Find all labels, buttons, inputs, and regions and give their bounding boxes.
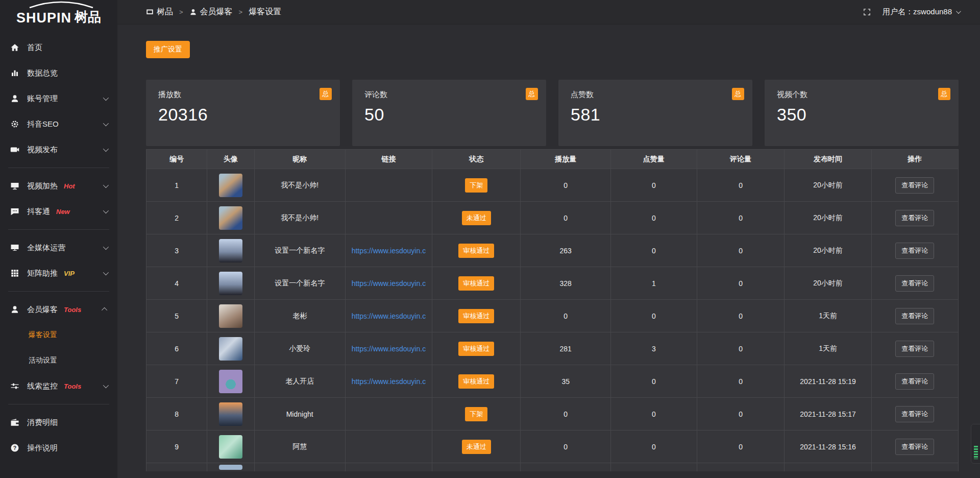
sidebar-item-label: 线索监控	[27, 381, 58, 391]
sidebar-item-consume[interactable]: 消费明细	[0, 410, 117, 435]
sidebar-item-clue[interactable]: 线索监控 Tools	[0, 373, 117, 399]
breadcrumb-separator: >	[238, 8, 244, 16]
user-menu[interactable]: 用户名：zswodun88	[883, 7, 960, 17]
stat-card-label: 评论数	[364, 90, 534, 100]
sidebar-item-media[interactable]: 全媒体运营	[0, 235, 117, 260]
chat-icon	[10, 207, 19, 216]
cell-publish-time: 2021-11-28 15:16	[785, 431, 871, 463]
column-header-头像: 头像	[207, 150, 254, 169]
sidebar-item-label: 数据总览	[27, 68, 58, 78]
stat-card-播放数: 播放数 总 20316	[146, 80, 340, 146]
sidebar-item-heat[interactable]: 视频加热 Hot	[0, 173, 117, 199]
cell-publish-time: 20小时前	[785, 202, 871, 234]
sidebar-item-tag: Tools	[64, 383, 81, 390]
sidebar-item-label: 抖音SEO	[27, 119, 59, 129]
promo-settings-button[interactable]: 推广设置	[146, 41, 190, 58]
user-icon	[189, 8, 197, 16]
main-content: 推广设置 播放数 总 20316 评论数 总 50 点赞数 总 581 视频个数…	[117, 25, 980, 478]
sidebar-item-label: 全媒体运营	[27, 243, 65, 253]
view-comments-button[interactable]: 查看评论	[895, 341, 934, 357]
profile-link[interactable]: https://www.iesdouyin.c	[352, 377, 426, 386]
sidebar-item-home[interactable]: 首页	[0, 35, 117, 60]
video-icon	[10, 145, 19, 154]
cell-plays: 328	[521, 267, 611, 300]
fullscreen-icon[interactable]	[863, 8, 871, 16]
table-header-row: 编号头像昵称链接状态播放量点赞量评论量发布时间操作	[146, 150, 959, 169]
stat-card-label: 播放数	[158, 90, 328, 100]
sidebar-item-douketong[interactable]: 抖客通 New	[0, 199, 117, 224]
cell-id: 8	[146, 398, 207, 431]
stat-card-label: 点赞数	[571, 90, 740, 100]
logo-arc	[20, 1, 102, 8]
cell-publish-time	[785, 463, 871, 471]
cell-plays: 0	[521, 398, 611, 431]
view-comments-button[interactable]: 查看评论	[895, 243, 934, 259]
table-row: 8 Midnight 下架 0 0 0 2021-11-28 15:17 查看评…	[146, 398, 959, 431]
table-body: 1 我不是小帅! 下架 0 0 0 20小时前 查看评论 2 我不是小帅! 未通…	[146, 169, 959, 471]
sidebar-item-label: 消费明细	[27, 418, 58, 427]
chevron-down-icon	[103, 121, 109, 126]
view-comments-button[interactable]: 查看评论	[895, 177, 934, 194]
view-comments-button[interactable]: 查看评论	[895, 275, 934, 292]
view-comments-button[interactable]: 查看评论	[895, 373, 934, 390]
sidebar-item-tag: VIP	[64, 270, 75, 277]
profile-link[interactable]: https://www.iesdouyin.c	[352, 279, 426, 288]
profile-link[interactable]: https://www.iesdouyin.c	[352, 247, 426, 255]
sidebar-divider	[8, 291, 109, 292]
stat-card-label: 视频个数	[777, 90, 946, 100]
chevron-down-icon	[103, 208, 109, 213]
profile-link[interactable]: https://www.iesdouyin.c	[352, 312, 426, 320]
view-comments-button[interactable]: 查看评论	[895, 210, 934, 226]
status-badge: 下架	[465, 407, 487, 421]
floating-widget[interactable]	[971, 424, 980, 464]
cell-id: 2	[146, 202, 207, 234]
cell-plays: 0	[521, 300, 611, 332]
sidebar-item-tag: Hot	[64, 182, 75, 190]
cell-likes: 0	[611, 300, 697, 332]
total-badge: 总	[320, 88, 332, 100]
sidebar-item-overview[interactable]: 数据总览	[0, 60, 117, 86]
view-comments-button[interactable]: 查看评论	[895, 406, 934, 422]
logo-text-en: SHUPIN	[16, 10, 71, 26]
column-header-点赞量: 点赞量	[611, 150, 697, 169]
sidebar-item-publish[interactable]: 视频发布	[0, 137, 117, 162]
table-row: 5 老彬 https://www.iesdouyin.c 审核通过 0 0 0 …	[146, 300, 959, 332]
sidebar-menu: 首页 数据总览 账号管理 抖音SEO 视频发布 视频加热 Hot 抖客通 New…	[0, 29, 117, 461]
cell-nickname: 设置一个新名字	[254, 234, 345, 267]
view-comments-button[interactable]: 查看评论	[895, 308, 934, 324]
column-header-编号: 编号	[146, 150, 207, 169]
status-badge: 下架	[465, 178, 487, 193]
breadcrumb-label: 会员爆客	[200, 7, 233, 17]
cell-publish-time: 2021-11-28 15:19	[785, 365, 871, 398]
cell-likes: 0	[611, 398, 697, 431]
sidebar-item-account[interactable]: 账号管理	[0, 86, 117, 111]
view-comments-button[interactable]: 查看评论	[895, 439, 934, 455]
svg-text:?: ?	[13, 445, 16, 451]
table-row: 6 小爱玲 https://www.iesdouyin.c 审核通过 281 3…	[146, 332, 959, 365]
breadcrumb-item-树品[interactable]: 树品	[146, 7, 173, 17]
cell-publish-time: 1天前	[785, 332, 871, 365]
status-badge: 未通过	[462, 440, 491, 454]
sidebar-divider	[8, 229, 109, 230]
profile-link[interactable]: https://www.iesdouyin.c	[352, 345, 426, 353]
topbar: 树品 > 会员爆客 > 爆客设置 用户名：zswodun88	[117, 0, 980, 25]
sidebar-item-matrix[interactable]: 矩阵助推 VIP	[0, 260, 117, 286]
breadcrumb-item-爆客设置: 爆客设置	[249, 7, 281, 17]
cell-publish-time: 20小时前	[785, 267, 871, 300]
sidebar-subitem-爆客设置[interactable]: 爆客设置	[0, 322, 117, 348]
sidebar-item-member[interactable]: 会员爆客 Tools	[0, 297, 117, 322]
sidebar-item-label: 操作说明	[27, 443, 58, 453]
user-icon	[10, 94, 19, 103]
sliders-icon	[10, 381, 19, 391]
cell-id	[146, 463, 207, 471]
breadcrumb-item-会员爆客[interactable]: 会员爆客	[189, 7, 233, 17]
stat-card-评论数: 评论数 总 50	[352, 80, 546, 146]
sidebar-item-seo[interactable]: 抖音SEO	[0, 111, 117, 137]
sidebar-item-help[interactable]: ? 操作说明	[0, 435, 117, 461]
sidebar-subitem-活动设置[interactable]: 活动设置	[0, 348, 117, 373]
chevron-down-icon	[103, 383, 109, 388]
avatar	[219, 435, 242, 459]
column-header-评论量: 评论量	[697, 150, 785, 169]
sidebar-item-label: 抖客通	[27, 207, 50, 217]
column-header-播放量: 播放量	[521, 150, 611, 169]
